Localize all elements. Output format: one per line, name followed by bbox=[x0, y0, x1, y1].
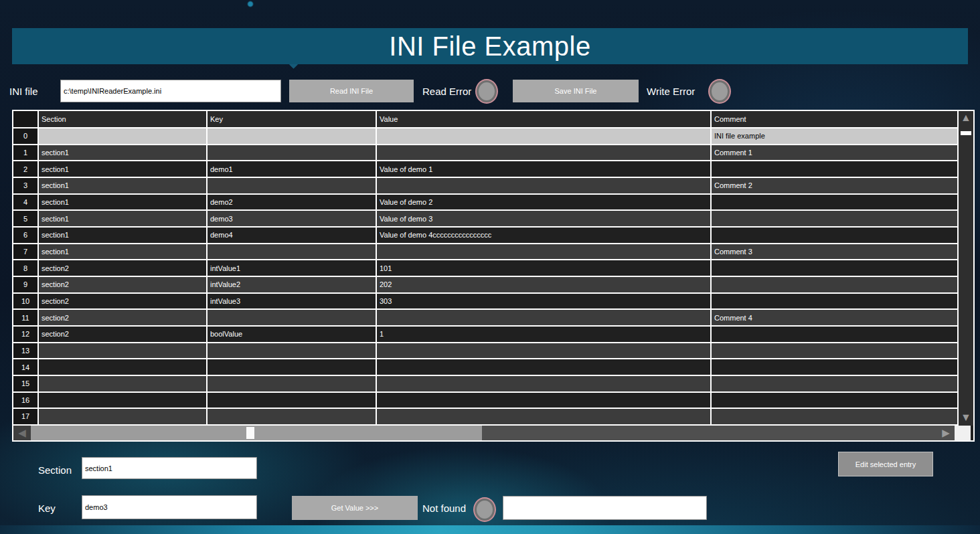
vertical-scrollbar[interactable]: ▲ ▼ bbox=[957, 111, 973, 426]
cell-section[interactable]: section1 bbox=[39, 178, 208, 193]
cell-index[interactable]: 3 bbox=[13, 178, 39, 193]
cell-section[interactable] bbox=[39, 343, 208, 359]
cell-value[interactable]: Value of demo 2 bbox=[377, 195, 712, 210]
cell-value[interactable] bbox=[377, 393, 712, 408]
cell-comment[interactable] bbox=[712, 393, 957, 408]
cell-index[interactable]: 2 bbox=[13, 161, 39, 177]
table-row[interactable]: 10section2intValue3303 bbox=[13, 294, 957, 310]
cell-value[interactable] bbox=[377, 178, 712, 193]
key-input[interactable] bbox=[82, 495, 257, 519]
cell-index[interactable]: 11 bbox=[13, 310, 39, 325]
cell-comment[interactable] bbox=[712, 376, 957, 391]
cell-key[interactable] bbox=[208, 128, 377, 144]
table-row[interactable]: 9section2intValue2202 bbox=[13, 277, 957, 294]
cell-value[interactable] bbox=[377, 310, 712, 325]
cell-comment[interactable] bbox=[712, 260, 957, 276]
cell-index[interactable]: 15 bbox=[13, 376, 39, 391]
cell-key[interactable] bbox=[208, 409, 377, 424]
cell-section[interactable] bbox=[39, 128, 208, 144]
cell-index[interactable]: 6 bbox=[13, 228, 39, 243]
cell-index[interactable]: 4 bbox=[13, 195, 39, 210]
section-input[interactable] bbox=[82, 457, 257, 479]
cell-comment[interactable]: Comment 2 bbox=[712, 178, 957, 193]
cell-section[interactable]: section2 bbox=[39, 294, 208, 309]
cell-index[interactable]: 9 bbox=[13, 277, 39, 292]
ini-file-path-input[interactable] bbox=[60, 80, 281, 102]
table-row[interactable]: 12section2boolValue1 bbox=[13, 327, 957, 343]
cell-section[interactable]: section2 bbox=[39, 327, 208, 342]
cell-value[interactable]: 202 bbox=[377, 277, 712, 292]
table-row[interactable]: 1section1Comment 1 bbox=[13, 145, 957, 162]
cell-key[interactable] bbox=[208, 178, 377, 193]
cell-key[interactable]: boolValue bbox=[208, 327, 377, 342]
cell-section[interactable]: section1 bbox=[39, 195, 208, 210]
cell-value[interactable] bbox=[377, 244, 712, 260]
save-ini-file-button[interactable]: Save INI File bbox=[513, 80, 639, 102]
cell-key[interactable]: intValue2 bbox=[208, 277, 377, 292]
horizontal-scroll-track-right[interactable] bbox=[482, 426, 937, 440]
cell-index[interactable]: 10 bbox=[13, 294, 39, 309]
cell-key[interactable]: demo1 bbox=[208, 161, 377, 177]
cell-key[interactable] bbox=[208, 376, 377, 391]
cell-section[interactable] bbox=[39, 376, 208, 391]
cell-section[interactable]: section1 bbox=[39, 145, 208, 161]
cell-section[interactable]: section1 bbox=[39, 161, 208, 177]
cell-comment[interactable] bbox=[712, 409, 957, 424]
cell-comment[interactable]: Comment 4 bbox=[712, 310, 957, 325]
cell-index[interactable]: 12 bbox=[13, 327, 39, 342]
cell-value[interactable] bbox=[377, 359, 712, 375]
cell-key[interactable] bbox=[208, 343, 377, 359]
cell-section[interactable]: section1 bbox=[39, 228, 208, 243]
cell-value[interactable] bbox=[377, 343, 712, 359]
read-ini-file-button[interactable]: Read INI File bbox=[289, 80, 414, 102]
table-row[interactable]: 0INI file example bbox=[13, 128, 957, 145]
cell-key[interactable] bbox=[208, 393, 377, 408]
cell-comment[interactable] bbox=[712, 327, 957, 342]
cell-section[interactable]: section2 bbox=[39, 310, 208, 325]
horizontal-scrollbar[interactable]: ◀ ▶ bbox=[13, 426, 971, 440]
cell-index[interactable]: 1 bbox=[13, 145, 39, 161]
cell-key[interactable] bbox=[208, 244, 377, 260]
cell-comment[interactable] bbox=[712, 359, 957, 375]
result-value-field[interactable] bbox=[503, 496, 707, 520]
cell-section[interactable]: section2 bbox=[39, 260, 208, 276]
cell-key[interactable]: demo4 bbox=[208, 228, 377, 243]
cell-value[interactable] bbox=[377, 376, 712, 391]
get-value-button[interactable]: Get Value >>> bbox=[292, 496, 418, 520]
cell-index[interactable]: 5 bbox=[13, 211, 39, 226]
horizontal-scroll-thumb[interactable] bbox=[246, 427, 254, 439]
cell-value[interactable] bbox=[377, 145, 712, 161]
cell-value[interactable]: Value of demo 3 bbox=[377, 211, 712, 226]
table-row[interactable]: 8section2intValue1101 bbox=[13, 260, 957, 277]
vertical-scroll-thumb[interactable] bbox=[961, 131, 971, 135]
cell-index[interactable]: 7 bbox=[13, 244, 39, 260]
scroll-left-icon[interactable]: ◀ bbox=[13, 426, 31, 440]
cell-value[interactable]: 1 bbox=[377, 327, 712, 342]
scroll-up-icon[interactable]: ▲ bbox=[961, 111, 971, 126]
table-row[interactable]: 7section1Comment 3 bbox=[13, 244, 957, 261]
cell-comment[interactable]: Comment 1 bbox=[712, 145, 957, 161]
cell-value[interactable]: 101 bbox=[377, 260, 712, 276]
cell-comment[interactable]: Comment 3 bbox=[712, 244, 957, 260]
table-row[interactable]: 13 bbox=[13, 343, 957, 360]
cell-key[interactable]: demo2 bbox=[208, 195, 377, 210]
cell-comment[interactable] bbox=[712, 228, 957, 243]
table-row[interactable]: 14 bbox=[13, 359, 957, 376]
cell-key[interactable] bbox=[208, 310, 377, 325]
table-row[interactable]: 5section1demo3Value of demo 3 bbox=[13, 211, 957, 228]
table-row[interactable]: 15 bbox=[13, 376, 957, 393]
table-row[interactable]: 16 bbox=[13, 393, 957, 410]
table-row[interactable]: 2section1demo1Value of demo 1 bbox=[13, 161, 957, 178]
cell-index[interactable]: 8 bbox=[13, 260, 39, 276]
table-row[interactable]: 11section2Comment 4 bbox=[13, 310, 957, 327]
cell-key[interactable]: intValue1 bbox=[208, 260, 377, 276]
table-row[interactable]: 6section1demo4Value of demo 4ccccccccccc… bbox=[13, 228, 957, 244]
cell-comment[interactable]: INI file example bbox=[712, 128, 957, 144]
cell-section[interactable] bbox=[39, 359, 208, 375]
cell-value[interactable]: 303 bbox=[377, 294, 712, 309]
cell-section[interactable]: section2 bbox=[39, 277, 208, 292]
cell-comment[interactable] bbox=[712, 211, 957, 226]
edit-selected-entry-button[interactable]: Edit selected entry bbox=[838, 452, 933, 476]
table-row[interactable]: 3section1Comment 2 bbox=[13, 178, 957, 195]
scroll-right-icon[interactable]: ▶ bbox=[937, 426, 955, 440]
